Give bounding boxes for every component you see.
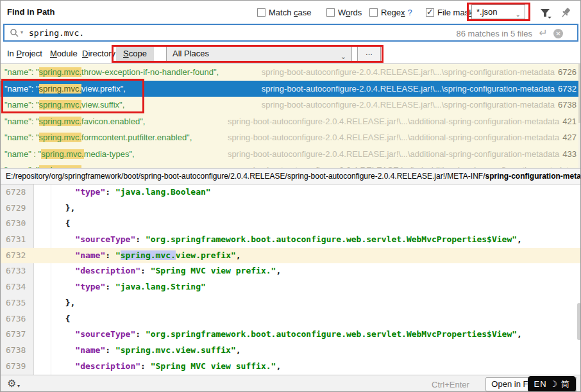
chevron-down-icon: ▾ bbox=[17, 383, 20, 389]
gear-icon[interactable]: ⚙ bbox=[7, 377, 16, 389]
checkbox-box[interactable] bbox=[257, 8, 265, 17]
find-in-path-dialog: Find in Path Match case Words Regex ? Fi… bbox=[0, 0, 581, 392]
scope-dropdown[interactable]: All Places ⌄ bbox=[166, 46, 352, 61]
tab-module[interactable]: Module bbox=[50, 49, 78, 58]
file-mask-value: *.json bbox=[476, 7, 498, 17]
result-row[interactable]: "name" : "spring.mvc.media-types", sprin… bbox=[1, 146, 581, 163]
results-scrollbar[interactable] bbox=[578, 64, 581, 168]
dialog-title: Find in Path bbox=[7, 7, 55, 17]
result-path: spring-boot-autoconfigure-2.0.4.RELEASE.… bbox=[228, 133, 559, 142]
pushpin-icon bbox=[559, 6, 573, 20]
code-line-current[interactable]: 6732 "name": "spring.mvc.view.prefix", bbox=[1, 248, 581, 264]
search-history-caret-icon[interactable]: ▾ bbox=[21, 29, 23, 35]
code-line[interactable]: 6735 }, bbox=[1, 295, 581, 311]
tab-in-project[interactable]: In Project bbox=[7, 49, 42, 58]
code-line[interactable]: 6736 { bbox=[1, 311, 581, 327]
close-icon[interactable]: ✕ bbox=[553, 29, 563, 38]
scope-value: All Places bbox=[173, 49, 209, 58]
pin-button[interactable] bbox=[559, 6, 573, 20]
code-line[interactable]: 6730 { bbox=[1, 216, 581, 232]
regex-help-icon[interactable]: ? bbox=[408, 8, 412, 17]
regex-label: Regex bbox=[381, 8, 405, 17]
result-row[interactable]: "name": "spring.mvc.throw-exception-if-n… bbox=[1, 64, 581, 81]
result-row-partial[interactable]: "name": "spring.mvc. spring-boot-autocon… bbox=[1, 162, 581, 168]
result-line-number: 427 bbox=[562, 133, 577, 142]
newline-icon[interactable]: ↵ bbox=[539, 27, 548, 39]
result-path: spring-boot-autoconfigure-2.0.4.RELEASE.… bbox=[228, 149, 559, 159]
code-line[interactable]: 6739 "description": "Spring MVC view suf… bbox=[1, 359, 581, 375]
result-path: spring-boot-autoconfigure-2.0.4.RELEASE.… bbox=[262, 84, 555, 94]
checkbox-box[interactable] bbox=[326, 8, 335, 17]
match-case-label: Match case bbox=[269, 8, 311, 17]
result-line-number: 433 bbox=[562, 149, 577, 159]
tab-scope[interactable]: Scope bbox=[116, 46, 154, 61]
tab-directory[interactable]: Directory bbox=[82, 49, 115, 58]
chevron-down-icon: ⌄ bbox=[516, 8, 521, 21]
search-icon[interactable] bbox=[10, 28, 19, 38]
code-line[interactable]: 6729 }, bbox=[1, 200, 581, 216]
result-path: spring-boot-autoconfigure-2.0.4.RELEASE.… bbox=[228, 117, 559, 126]
result-row[interactable]: "name": "spring.mvc.formcontent.putfilte… bbox=[1, 129, 581, 146]
shortcut-hint: Ctrl+Enter bbox=[432, 380, 469, 389]
result-line-number: 6726 bbox=[558, 67, 577, 77]
file-mask-label: File mask: bbox=[437, 8, 475, 17]
preview-editor[interactable]: 6728 "type": "java.lang.Boolean" 6729 },… bbox=[1, 184, 581, 375]
result-line-number: 6738 bbox=[558, 100, 577, 110]
search-query-text: spring.mvc. bbox=[29, 28, 84, 38]
regex-checkbox[interactable]: Regex ? bbox=[369, 8, 412, 17]
funnel-icon bbox=[539, 6, 553, 20]
filter-options-button[interactable] bbox=[539, 6, 553, 20]
checkbox-box[interactable] bbox=[426, 8, 434, 17]
ime-indicator: EN ☽ 简 bbox=[528, 376, 576, 392]
result-line-number: 421 bbox=[562, 117, 577, 126]
code-line[interactable]: 6734 "type": "java.lang.String" bbox=[1, 279, 581, 295]
footer-bar: ⚙ ▾ Ctrl+Enter Open in Find Window EN ☽ … bbox=[1, 375, 581, 392]
results-list: "name": "spring.mvc.throw-exception-if-n… bbox=[1, 63, 581, 168]
code-line[interactable]: 6733 "description": "Spring MVC view pre… bbox=[1, 263, 581, 279]
chevron-down-icon: ⌄ bbox=[341, 49, 346, 63]
code-line[interactable]: 6737 "sourceType": "org.springframework.… bbox=[1, 327, 581, 343]
result-row[interactable]: "name": "spring.mvc.favicon.enabled", sp… bbox=[1, 113, 581, 130]
match-count-label: 86 matches in 5 files bbox=[456, 29, 532, 38]
scope-more-button[interactable]: ... bbox=[357, 46, 381, 61]
code-line[interactable]: 6731 "sourceType": "org.springframework.… bbox=[1, 232, 581, 248]
file-mask-dropdown[interactable]: *.json ⌄ bbox=[471, 4, 525, 19]
preview-file-path: E:/repository/org/springframework/boot/s… bbox=[1, 168, 581, 184]
words-label: Words bbox=[338, 8, 362, 17]
code-line[interactable]: 6738 "name": "spring.mvc.view.suffix", bbox=[1, 343, 581, 359]
checkbox-box[interactable] bbox=[369, 8, 378, 17]
words-checkbox[interactable]: Words bbox=[326, 8, 362, 17]
result-path: spring-boot-autoconfigure-2.0.4.RELEASE.… bbox=[262, 100, 555, 110]
result-row[interactable]: "name": "spring.mvc.view.suffix", spring… bbox=[1, 97, 581, 113]
file-mask-checkbox[interactable]: File mask: bbox=[426, 8, 475, 17]
result-path: spring-boot-autoconfigure-2.0.4.RELEASE.… bbox=[262, 67, 555, 77]
result-row-selected[interactable]: "name": "spring.mvc.view.prefix", spring… bbox=[1, 81, 581, 97]
match-case-checkbox[interactable]: Match case bbox=[257, 8, 311, 17]
editor-scrollbar[interactable] bbox=[577, 303, 581, 340]
search-input[interactable]: ▾ spring.mvc. 86 matches in 5 files ↵ ✕ bbox=[3, 24, 578, 42]
code-line[interactable]: 6728 "type": "java.lang.Boolean" bbox=[1, 184, 581, 200]
result-line-number: 6732 bbox=[558, 84, 577, 94]
